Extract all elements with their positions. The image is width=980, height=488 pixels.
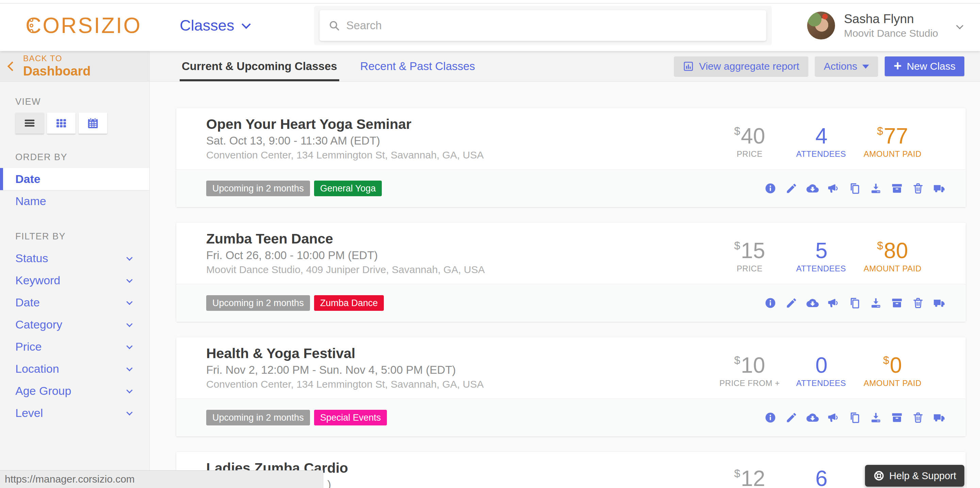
info-button[interactable]: [764, 412, 776, 424]
stat-value: $0: [860, 348, 925, 377]
view-grid-button[interactable]: [47, 112, 76, 134]
filter-by-label: FILTER BY: [15, 231, 150, 242]
delete-button[interactable]: [912, 297, 924, 309]
export-button[interactable]: [870, 182, 882, 195]
view-list-button[interactable]: [15, 112, 44, 134]
export-button[interactable]: [870, 297, 882, 309]
filter-option[interactable]: Level: [0, 402, 150, 424]
class-datetime: Fri. Nov 2, 12:00 PM - Sun. Nov 4, 5:00 …: [206, 363, 717, 377]
toolbar: Current & Upcoming Classes Recent & Past…: [150, 51, 980, 82]
back-label: Dashboard: [23, 64, 91, 79]
stat: 6: [789, 461, 853, 488]
edit-button[interactable]: [785, 412, 798, 424]
transfer-button[interactable]: [933, 182, 945, 195]
info-icon: [764, 412, 776, 424]
promote-button[interactable]: [827, 182, 840, 195]
stat-value: $77: [860, 119, 925, 148]
promote-button[interactable]: [827, 412, 840, 424]
stat: $15 PRICE: [717, 234, 782, 273]
trash-icon: [912, 412, 924, 424]
order-by-option[interactable]: Date: [0, 168, 150, 190]
class-title[interactable]: Health & Yoga Festival: [206, 345, 717, 361]
stat-value: $40: [717, 119, 782, 148]
stat-value: 4: [789, 119, 853, 148]
delete-button[interactable]: [912, 182, 924, 195]
stat-value: 6: [789, 461, 853, 488]
archive-button[interactable]: [891, 297, 903, 309]
archive-button[interactable]: [891, 182, 903, 195]
info-icon: [764, 182, 776, 195]
transfer-button[interactable]: [933, 297, 945, 309]
user-organization: Moovit Dance Studio: [844, 27, 938, 39]
user-menu[interactable]: Sasha Flynn Moovit Dance Studio: [807, 11, 962, 40]
help-support-button[interactable]: Help & Support: [865, 465, 964, 486]
export-button[interactable]: [870, 412, 882, 424]
info-icon: [764, 297, 776, 309]
classes-dropdown[interactable]: Classes: [180, 17, 250, 34]
trash-icon: [912, 297, 924, 309]
cloud-download-button[interactable]: [807, 412, 819, 424]
delete-button[interactable]: [912, 412, 924, 424]
back-to-dashboard[interactable]: BACK TO Dashboard: [0, 51, 150, 82]
class-card: Health & Yoga Festival Fri. Nov 2, 12:00…: [176, 337, 966, 436]
chevron-down-icon: [126, 276, 132, 283]
filter-option-label: Keyword: [15, 274, 60, 287]
stat-value: 5: [789, 234, 853, 263]
view-calendar-button[interactable]: [79, 112, 107, 134]
stat-value: $15: [717, 234, 782, 263]
archive-button[interactable]: [891, 412, 903, 424]
transfer-button[interactable]: [933, 412, 945, 424]
cloud-download-button[interactable]: [807, 182, 819, 195]
tab[interactable]: Current & Upcoming Classes: [180, 51, 339, 81]
filter-option[interactable]: Price: [0, 336, 150, 358]
filter-option[interactable]: Keyword: [0, 269, 150, 292]
new-class-button[interactable]: + New Class: [885, 57, 964, 76]
order-by-option[interactable]: Name: [0, 190, 150, 212]
search-input[interactable]: [346, 19, 757, 32]
edit-button[interactable]: [785, 297, 798, 309]
order-by-option-label: Name: [15, 195, 46, 208]
edit-button[interactable]: [785, 182, 798, 195]
order-by-label: ORDER BY: [15, 152, 150, 163]
cloud-download-button[interactable]: [807, 297, 819, 309]
download-icon: [870, 182, 882, 195]
back-eyebrow: BACK TO: [23, 54, 91, 63]
status-badge: General Yoga: [314, 181, 382, 196]
stat: $0 AMOUNT PAID: [860, 348, 925, 388]
brand-logo[interactable]: CORSIZIO: [25, 13, 142, 38]
info-button[interactable]: [764, 182, 776, 195]
actions-button[interactable]: Actions: [815, 57, 878, 76]
filter-option[interactable]: Age Group: [0, 380, 150, 402]
info-button[interactable]: [764, 297, 776, 309]
download-icon: [870, 412, 882, 424]
filter-option[interactable]: Category: [0, 314, 150, 336]
chevron-left-icon: [8, 61, 17, 71]
filter-option[interactable]: Date: [0, 292, 150, 314]
stat-label: ATTENDEES: [789, 379, 853, 388]
class-location: Convention Center, 134 Lemmington St, Sa…: [206, 378, 717, 390]
archive-box-icon: [891, 182, 903, 195]
sidebar: BACK TO Dashboard VIEW: [0, 51, 150, 488]
stat-value: 0: [789, 348, 853, 377]
tab[interactable]: Recent & Past Classes: [358, 51, 477, 81]
filter-option[interactable]: Location: [0, 358, 150, 380]
plus-icon: +: [894, 59, 901, 73]
filter-option[interactable]: Status: [0, 247, 150, 269]
stat: $77 AMOUNT PAID: [860, 119, 925, 159]
class-title[interactable]: Open Your Heart Yoga Seminar: [206, 116, 717, 132]
duplicate-button[interactable]: [849, 412, 861, 424]
view-aggregate-report-button[interactable]: View aggregate report: [674, 57, 808, 76]
class-datetime: Fri. Oct 26, 8:00 - 10:00 PM (EDT): [206, 249, 717, 262]
class-list: Open Your Heart Yoga Seminar Sat. Oct 13…: [150, 82, 980, 488]
bar-chart-icon: [683, 61, 694, 72]
duplicate-button[interactable]: [849, 182, 861, 195]
stat-label: ATTENDEES: [789, 264, 853, 273]
stat: $80 AMOUNT PAID: [860, 234, 925, 273]
class-title[interactable]: Zumba Teen Dance: [206, 231, 717, 247]
filter-option-label: Level: [15, 406, 43, 420]
stat-label: AMOUNT PAID: [860, 379, 925, 388]
promote-button[interactable]: [827, 297, 840, 309]
megaphone-icon: [827, 297, 840, 309]
duplicate-button[interactable]: [849, 297, 861, 309]
search-field[interactable]: [320, 10, 766, 41]
